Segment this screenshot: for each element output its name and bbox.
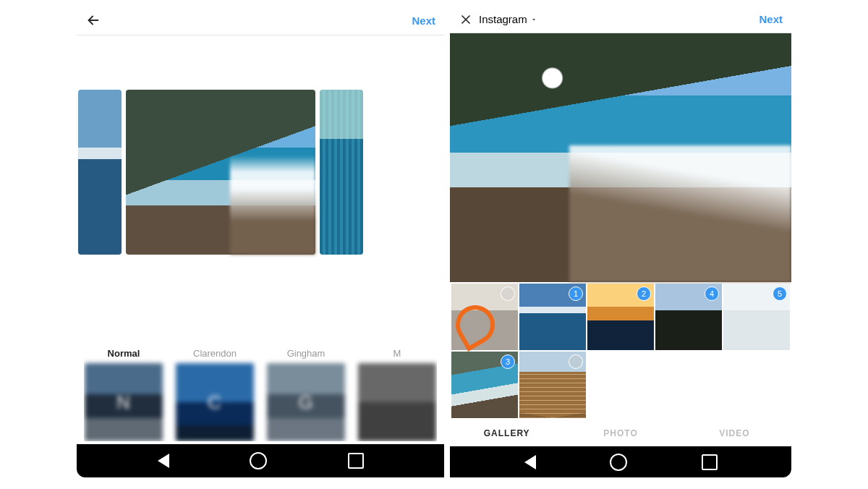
filter-option[interactable]: ClarendonC — [175, 348, 255, 441]
selection-badge: 2 — [637, 286, 651, 301]
filter-screen: Next NormalNClarendonCGinghamGM — [77, 6, 444, 477]
next-button[interactable]: Next — [759, 13, 783, 25]
filter-topbar: Next — [77, 6, 444, 35]
filter-label: M — [393, 348, 401, 359]
gallery-screen: Instagram Next 12453 GALLERYPHOTOVIDEO — [450, 6, 791, 477]
android-nav-bar — [450, 446, 791, 477]
gallery-tile[interactable]: 5 — [723, 284, 790, 350]
back-arrow-icon[interactable] — [85, 12, 101, 28]
android-nav-bar — [77, 444, 444, 477]
carousel-slide[interactable] — [78, 90, 122, 255]
nav-back-icon[interactable] — [524, 455, 536, 469]
gallery-tile[interactable]: 1 — [519, 284, 586, 350]
gallery-tile[interactable] — [451, 284, 518, 350]
selection-badge: 5 — [773, 286, 787, 301]
close-icon[interactable] — [459, 12, 473, 27]
gallery-tile[interactable]: 4 — [655, 284, 722, 350]
selection-badge: 3 — [501, 354, 515, 369]
source-tab[interactable]: PHOTO — [563, 428, 677, 438]
filter-option[interactable]: GinghamG — [266, 348, 346, 441]
next-button[interactable]: Next — [412, 14, 435, 27]
nav-home-icon[interactable] — [610, 454, 627, 471]
carousel-slide[interactable] — [126, 90, 315, 255]
gallery-topbar: Instagram Next — [450, 6, 791, 33]
chevron-down-icon — [530, 16, 537, 23]
filter-label: Gingham — [287, 348, 326, 359]
gallery-tile[interactable]: 2 — [587, 284, 654, 350]
filter-thumbnail — [358, 363, 436, 441]
source-tabs: GALLERYPHOTOVIDEO — [450, 420, 791, 446]
selection-badge: 4 — [705, 286, 719, 301]
blank-stage-padding — [77, 35, 444, 86]
filter-strip: NormalNClarendonCGinghamGM — [77, 338, 444, 444]
gallery-tile[interactable]: 3 — [451, 352, 518, 418]
filter-thumbnail: N — [85, 363, 163, 441]
nav-home-icon[interactable] — [250, 452, 267, 469]
gallery-tile[interactable] — [519, 352, 586, 418]
nav-recent-icon[interactable] — [702, 454, 718, 470]
filter-thumbnail: G — [267, 363, 345, 441]
folder-dropdown[interactable]: Instagram — [479, 13, 537, 25]
filter-label: Clarendon — [193, 348, 237, 359]
selection-badge: 1 — [569, 286, 583, 301]
gallery-grid: 12453 — [450, 282, 791, 420]
photo-carousel[interactable] — [77, 86, 444, 258]
selection-badge — [569, 354, 583, 369]
nav-recent-icon[interactable] — [348, 453, 364, 469]
source-tab[interactable]: VIDEO — [678, 428, 791, 438]
selected-photo-preview[interactable] — [450, 33, 791, 282]
filter-option[interactable]: NormalN — [84, 348, 163, 441]
filter-label: Normal — [108, 348, 140, 359]
nav-back-icon[interactable] — [158, 454, 169, 468]
folder-dropdown-label: Instagram — [479, 13, 527, 25]
filter-option[interactable]: M — [357, 348, 437, 441]
source-tab[interactable]: GALLERY — [450, 428, 563, 438]
carousel-slide[interactable] — [320, 90, 363, 255]
filter-thumbnail: C — [176, 363, 254, 441]
selection-badge — [501, 286, 515, 301]
